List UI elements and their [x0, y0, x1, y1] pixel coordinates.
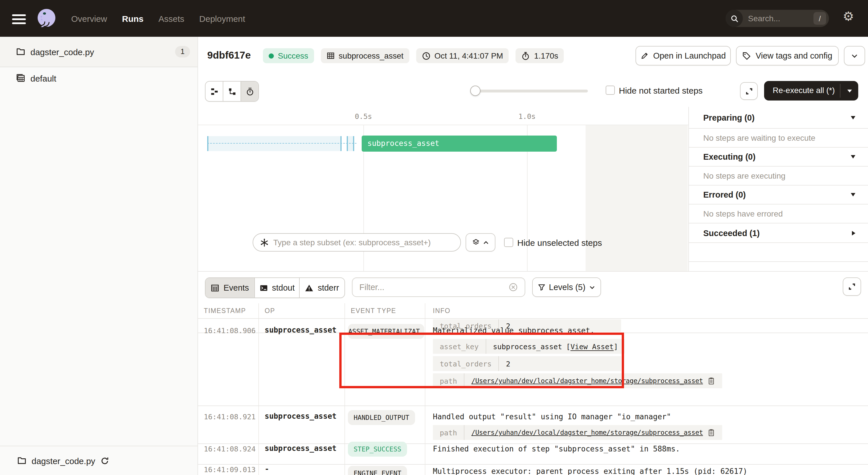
copy-icon[interactable]: [707, 377, 715, 385]
search-shortcut-key: /: [813, 12, 826, 25]
nav-assets[interactable]: Assets: [158, 13, 184, 23]
section-preparing[interactable]: Preparing (0): [689, 107, 868, 129]
tab-events[interactable]: Events: [206, 278, 255, 298]
hide-unselected-checkbox[interactable]: [504, 238, 513, 247]
menu-icon[interactable]: [12, 14, 26, 24]
nav-links: Overview Runs Assets Deployment: [71, 0, 245, 37]
axis-tick: 1.0s: [518, 112, 536, 121]
zoom-slider-thumb[interactable]: [470, 86, 480, 96]
copy-icon[interactable]: [707, 428, 715, 437]
events-panel: Events stdout stderr Filter... Levels (5…: [198, 271, 868, 475]
step-subset-placeholder: Type a step subset (ex: subprocess_asset…: [273, 238, 431, 247]
event-message: Materialized value subprocess_asset.: [433, 326, 595, 335]
expand-icon: [745, 87, 753, 95]
section-succeeded[interactable]: Succeeded (1): [689, 224, 868, 243]
footer-code-location-label: dagster_code.py: [32, 456, 95, 466]
gantt-expand-button[interactable]: [740, 82, 758, 100]
metadata-entry: path /Users/yuhan/dev/local/dagster_home…: [433, 373, 722, 388]
sidebar-item-default-job[interactable]: default: [0, 67, 197, 90]
warning-icon: [305, 284, 314, 292]
nav-runs[interactable]: Runs: [122, 13, 144, 23]
event-timestamp: 16:41:08.924: [204, 445, 256, 453]
flat-list-icon: [210, 87, 218, 96]
nav-overview[interactable]: Overview: [71, 13, 107, 23]
layers-icon: [472, 238, 480, 246]
job-icon: [16, 73, 25, 83]
hide-not-started-checkbox[interactable]: [606, 86, 615, 95]
gear-icon[interactable]: ⚙: [843, 10, 854, 23]
event-op[interactable]: subprocess_asset: [265, 326, 336, 334]
view-flat-button[interactable]: [206, 82, 223, 101]
run-duration-tag: 1.170s: [516, 48, 564, 63]
path-link[interactable]: /Users/yuhan/dev/local/dagster_home/stor…: [471, 428, 703, 437]
sidebar-item-code-location[interactable]: dagster_code.py 1: [0, 37, 197, 67]
dagster-logo[interactable]: [34, 6, 59, 30]
collapse-icon: [851, 155, 856, 158]
search-input[interactable]: Search... /: [725, 10, 829, 27]
gantt-chart: 0.5s 1.0s subprocess_asset Type a step s…: [198, 107, 868, 271]
event-op[interactable]: subprocess_asset: [265, 444, 336, 453]
section-errored[interactable]: Errored (0): [689, 185, 868, 205]
event-timestamp: 16:41:09.013: [204, 465, 256, 474]
section-errored-empty: No steps have errored: [689, 205, 868, 224]
step-status-panel: Preparing (0) No steps are waiting to ex…: [688, 107, 868, 271]
step-subset-input[interactable]: Type a step subset (ex: subprocess_asset…: [253, 233, 461, 251]
log-view-tabs: Events stdout stderr: [205, 277, 345, 298]
section-executing-empty: No steps are executing: [689, 167, 868, 185]
zoom-slider-track[interactable]: [474, 90, 588, 92]
section-executing[interactable]: Executing (0): [689, 148, 868, 167]
path-link[interactable]: /Users/yuhan/dev/local/dagster_home/stor…: [471, 377, 703, 385]
clear-filter-icon[interactable]: [508, 283, 518, 292]
chevron-up-icon: [483, 239, 489, 245]
view-waterfall-button[interactable]: [223, 82, 241, 101]
collapse-icon: [851, 116, 856, 119]
asset-tag[interactable]: subprocess_asset: [321, 48, 409, 63]
code-location-label: dagster_code.py: [30, 47, 94, 57]
funnel-icon: [538, 284, 546, 291]
clock-icon: [422, 51, 431, 60]
waterfall-icon: [228, 87, 236, 96]
metadata-entry: asset_key subprocess_asset[View Asset]: [433, 339, 625, 354]
event-op[interactable]: subprocess_asset: [265, 412, 336, 420]
status-badge: Success: [263, 48, 314, 63]
event-message: Multiprocess executor: parent process ex…: [433, 467, 747, 475]
reload-icon[interactable]: [100, 456, 109, 465]
view-timed-button[interactable]: [241, 82, 258, 101]
hide-not-started-label: Hide not started steps: [619, 86, 703, 95]
stopwatch-icon: [245, 87, 254, 96]
event-type-badge: HANDLED_OUTPUT: [348, 410, 415, 425]
search-placeholder: Search...: [748, 14, 813, 23]
run-header-more-button[interactable]: [844, 46, 865, 65]
event-type-badge: ENGINE_EVENT: [348, 466, 407, 475]
pencil-icon: [640, 52, 648, 60]
gantt-view-mode-group: [205, 81, 259, 102]
levels-dropdown[interactable]: Levels (5): [532, 277, 601, 297]
step-query-options-button[interactable]: [466, 233, 495, 251]
column-divider: [425, 303, 425, 475]
tab-stderr[interactable]: stderr: [300, 278, 344, 298]
run-header: 9dbf617e Success subprocess_asset Oct 11…: [198, 37, 868, 75]
hide-unselected-label: Hide unselected steps: [517, 238, 602, 247]
filter-placeholder: Filter...: [360, 283, 508, 292]
log-filter-input[interactable]: Filter...: [352, 277, 525, 297]
view-asset-link[interactable]: [View Asset]: [566, 342, 618, 351]
events-expand-button[interactable]: [843, 277, 861, 296]
event-message: Handled output "result" using IO manager…: [433, 412, 671, 421]
reexecute-dropdown-caret[interactable]: [847, 90, 852, 92]
event-timestamp: 16:41:08.906: [204, 326, 256, 335]
row-divider: [198, 464, 868, 465]
tab-stdout[interactable]: stdout: [255, 278, 300, 298]
view-tags-config-button[interactable]: View tags and config: [736, 46, 839, 65]
open-in-launchpad-button[interactable]: Open in Launchpad: [636, 46, 731, 65]
gantt-step-bar[interactable]: subprocess_asset: [362, 136, 557, 152]
step-selector-icon: [260, 238, 269, 247]
axis-tick: 0.5s: [355, 112, 372, 121]
metadata-entry: path /Users/yuhan/dev/local/dagster_home…: [433, 425, 722, 440]
reexecute-all-button[interactable]: Re-execute all (*): [764, 81, 858, 100]
event-type-badge: ASSET_MATERIALIZAT…: [348, 324, 424, 339]
section-preparing-empty: No steps are waiting to execute: [689, 129, 868, 148]
expand-icon: [852, 231, 856, 235]
gantt-time-axis: 0.5s 1.0s: [198, 107, 688, 125]
chevron-down-icon: [589, 284, 595, 290]
nav-deployment[interactable]: Deployment: [199, 13, 245, 23]
